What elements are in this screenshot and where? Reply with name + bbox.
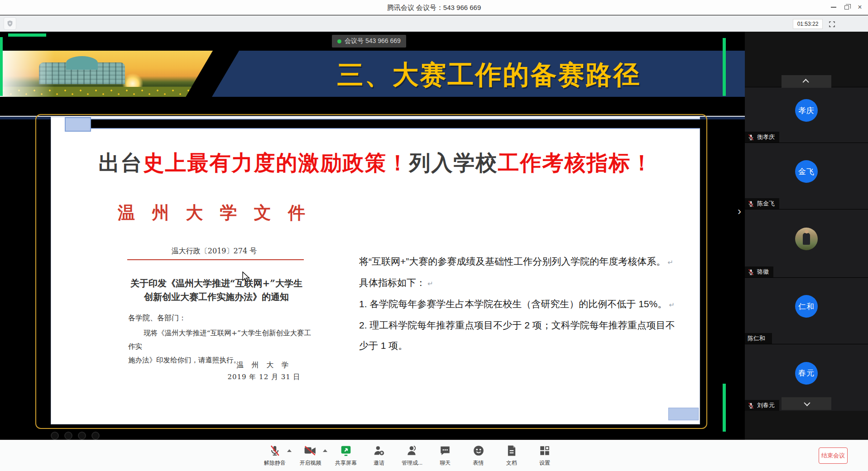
title-bar: 腾讯会议 会议号：543 966 669 × — [0, 0, 868, 15]
window-title: 腾讯会议 会议号：543 966 669 — [0, 4, 868, 12]
note-line: 2. 理工科学院每年推荐重点项目不少于 2 项；文科学院每年推荐重点项目不少于 … — [359, 315, 676, 356]
invite-icon — [373, 444, 385, 457]
participants-scroll-down-button[interactable] — [782, 397, 831, 410]
document-red-rule — [127, 259, 304, 260]
camera-muted-icon — [304, 444, 317, 457]
toolbar-button-label: 开启视频 — [299, 459, 321, 467]
participant-tile[interactable]: 骆徽 — [745, 209, 868, 277]
toolbar-button-label: 文档 — [506, 459, 517, 467]
toolbar-button-chat[interactable]: 聊天 — [431, 444, 460, 467]
participant-tiles: 孝庆衡孝庆金飞陈金飞骆徽仁和陈仁和春元刘春元 — [745, 87, 868, 411]
toolbar-button-camera-muted[interactable]: 开启视频 — [296, 444, 325, 467]
settings-icon — [539, 444, 551, 457]
mouse-cursor — [242, 271, 251, 283]
mic-muted-icon — [748, 269, 754, 276]
slide-banner-title: 三、大赛工作的备赛路径 — [254, 54, 724, 96]
toolbar-button-invite[interactable]: 邀请 — [364, 444, 393, 467]
toolbar-button-label: 共享屏幕 — [335, 459, 357, 467]
campus-photo — [0, 51, 213, 97]
participant-name: 陈仁和 — [748, 334, 765, 343]
participant-tile[interactable]: 孝庆衡孝庆 — [745, 87, 868, 143]
fullscreen-icon — [829, 21, 835, 28]
share-screen-button[interactable]: 共享屏幕 — [331, 444, 360, 467]
slide-header-band: 三、大赛工作的备赛路径 — [0, 51, 745, 97]
green-accent-left — [0, 37, 3, 96]
toolbar-button-label: 设置 — [539, 459, 550, 467]
status-bar: 01:53:22 — [0, 15, 868, 32]
return-mark: ↵ — [427, 280, 433, 287]
participant-name: 衡孝庆 — [757, 133, 775, 141]
maximize-icon — [844, 5, 849, 10]
document-title: 关于印发《温州大学推进“互联网+”大学生 创新创业大赛工作实施办法》的通知 — [119, 276, 314, 304]
mic-muted-icon — [748, 402, 754, 409]
manage-members-icon — [406, 444, 418, 457]
document-number: 温大行政〔2019〕274 号 — [124, 247, 305, 256]
participant-name-bar: 骆徽 — [745, 266, 773, 277]
toolbar-button-emoji[interactable]: 表情 — [464, 444, 493, 467]
document-body-line1: 现将《温州大学推进“互联网+”大学生创新创业大赛工作实 — [128, 326, 314, 353]
green-accent-right-top — [723, 38, 726, 96]
close-icon: × — [858, 4, 862, 11]
slide-notes: 将“互联网+”大赛的参赛成绩及基础性工作分别列入学院的年度考核体系。↵具体指标如… — [359, 251, 676, 356]
participant-name-bar: 陈仁和 — [745, 333, 772, 344]
document-title-line1: 关于印发《温州大学推进“互联网+”大学生 — [119, 276, 314, 290]
participant-name-bar: 陈金飞 — [745, 198, 779, 209]
toolbar-button-label: 管理成... — [402, 459, 422, 467]
participant-name: 骆徽 — [757, 268, 769, 276]
chat-icon — [439, 444, 451, 457]
close-button[interactable]: × — [854, 2, 866, 13]
chevron-down-icon — [804, 400, 810, 406]
minimize-icon — [831, 7, 836, 8]
participant-tile[interactable]: 仁和陈仁和 — [745, 277, 868, 344]
minimize-button[interactable] — [827, 2, 840, 13]
mic-muted-icon — [269, 444, 281, 457]
participant-avatar: 孝庆 — [795, 99, 818, 122]
caret-up-icon[interactable] — [323, 449, 327, 452]
participant-name: 刘春元 — [757, 401, 775, 409]
dome-graphic — [66, 56, 98, 70]
toolbar-buttons: 解除静音开启视频共享屏幕邀请管理成...聊天表情文档设置 — [260, 444, 559, 467]
participant-avatar: 春元 — [795, 362, 818, 385]
toolbar-button-mic-muted[interactable]: 解除静音 — [260, 444, 289, 467]
document-signature: 温 州 大 学 — [201, 361, 327, 370]
green-accent-top-left — [8, 33, 46, 37]
shield-icon — [6, 20, 14, 27]
participant-avatar: 金飞 — [795, 160, 818, 183]
maximize-button[interactable] — [840, 2, 853, 13]
caret-up-icon[interactable] — [287, 449, 292, 452]
emoji-icon — [473, 444, 484, 457]
document-salutation: 各学院、各部门： — [128, 314, 186, 323]
toolbar-button-label: 表情 — [473, 459, 484, 467]
headline-segment: 列入学校 — [409, 151, 498, 175]
document-date: 2019 年 12 月 31 日 — [201, 373, 327, 381]
official-document: 温 州 大 学 文 件 温大行政〔2019〕274 号 关于印发《温州大学推进“… — [51, 117, 359, 425]
return-mark: ↵ — [667, 258, 673, 266]
participants-sidebar: 孝庆衡孝庆金飞陈金飞骆徽仁和陈仁和春元刘春元 — [745, 32, 868, 440]
screen-share-icon — [340, 444, 352, 457]
document-icon — [506, 444, 517, 457]
chevron-up-icon — [803, 79, 809, 85]
security-shield-button[interactable] — [4, 17, 16, 30]
participant-avatar: 仁和 — [795, 295, 818, 318]
mic-muted-icon — [748, 134, 754, 141]
placeholder-corner-bottom-right — [668, 408, 699, 420]
toolbar-button-label: 邀请 — [374, 459, 384, 467]
participant-tile[interactable]: 金飞陈金飞 — [745, 143, 868, 209]
toolbar-button-document[interactable]: 文档 — [497, 444, 526, 467]
headline-segment: 工作考核指标！ — [498, 151, 653, 175]
return-mark: ↵ — [669, 301, 675, 309]
annotation-tools-faded — [51, 432, 100, 440]
shared-screen: 会议号 543 966 669 三、大赛工作的备赛路径 出台史上最有力度的激励政… — [0, 32, 745, 440]
document-title-line2: 创新创业大赛工作实施办法》的通知 — [119, 290, 314, 304]
participants-scroll-up-button[interactable] — [782, 75, 831, 88]
toolbar-button-manage-members[interactable]: 管理成... — [398, 444, 427, 467]
end-meeting-button[interactable]: 结束会议 — [819, 447, 848, 464]
mic-muted-icon — [748, 200, 754, 207]
fullscreen-button[interactable] — [827, 19, 836, 29]
sidebar-collapse-handle[interactable]: › — [734, 201, 744, 221]
toolbar-button-label: 聊天 — [440, 459, 451, 467]
annotation-dot-icon — [64, 432, 72, 440]
toolbar-button-label: 解除静音 — [264, 459, 286, 467]
note-line: 1. 各学院每年参赛学生占本学院在校生（含研究生）的比例不低于 15%。↵ — [359, 294, 676, 315]
toolbar-button-settings[interactable]: 设置 — [530, 444, 559, 467]
